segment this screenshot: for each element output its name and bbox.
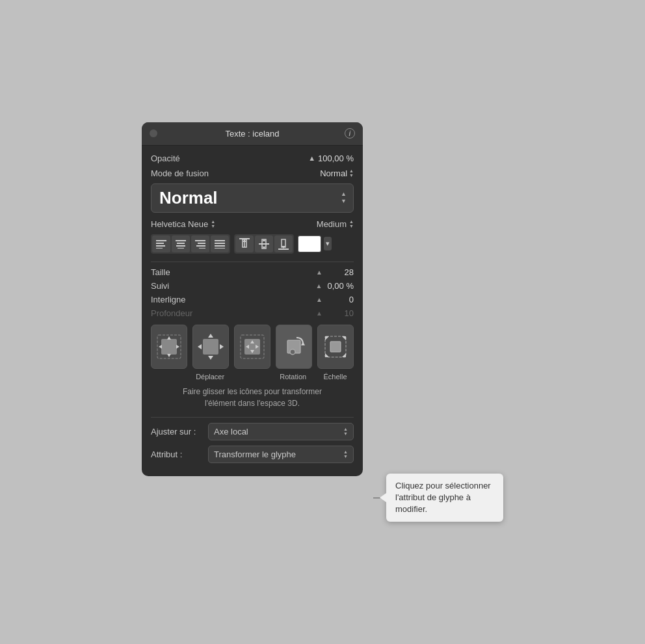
font-style-arrows: ▲ ▼ [349, 219, 354, 228]
svg-rect-1 [156, 243, 164, 244]
hint-text: Faire glisser les icônes pour transforme… [151, 386, 354, 409]
svg-rect-0 [156, 240, 166, 241]
opacity-label: Opacité [151, 154, 180, 163]
tracking-label: Suivi [151, 281, 169, 291]
tracking-slider-icon[interactable]: ▲ [316, 282, 322, 289]
style-big-select[interactable]: Normal ▲ ▼ [151, 183, 354, 213]
linespacing-right: ▲ 0 [316, 295, 354, 304]
align-center-button[interactable] [172, 235, 190, 252]
valign-bottom-button[interactable] [274, 235, 293, 252]
rotation-label: Rotation [274, 373, 311, 381]
ajuster-select[interactable]: Axe local ▲ ▼ [208, 423, 354, 440]
deplacer-icon-1 [155, 332, 183, 361]
style-big-select-value: Normal [159, 188, 218, 208]
titlebar: Texte : iceland i [142, 122, 363, 146]
panel: Texte : iceland i Opacité ▲ 100,00 % Mod… [142, 122, 363, 476]
svg-rect-8 [195, 240, 205, 241]
depth-slider-icon: ▲ [316, 310, 322, 317]
linespacing-label: Interligne [151, 295, 185, 304]
deplacer-label: Déplacer [151, 373, 269, 381]
window-title: Texte : iceland [225, 129, 279, 139]
svg-rect-4 [176, 240, 186, 241]
transform-labels: Déplacer Rotation Échelle [151, 373, 354, 381]
size-row: Taille ▲ 28 [151, 267, 354, 277]
blend-mode-label: Mode de fusion [151, 168, 209, 178]
font-row: Helvetica Neue ▲ ▼ Medium ▲ ▼ [151, 219, 354, 229]
ajuster-row: Ajuster sur : Axe local ▲ ▼ [151, 423, 354, 440]
style-big-select-arrows: ▲ ▼ [341, 191, 347, 205]
depth-value: 10 [328, 308, 354, 318]
linespacing-row: Interligne ▲ 0 [151, 295, 354, 304]
divider-1 [151, 262, 354, 262]
valign-group [234, 234, 294, 254]
align-right-button[interactable] [191, 235, 209, 252]
svg-point-46 [290, 349, 295, 355]
svg-rect-6 [176, 245, 185, 247]
svg-marker-32 [176, 345, 179, 349]
attribut-label: Attribut : [151, 449, 203, 459]
align-center-icon [176, 239, 186, 248]
transform-buttons [151, 325, 354, 369]
svg-marker-34 [208, 334, 213, 338]
svg-marker-35 [208, 356, 213, 360]
svg-rect-12 [215, 240, 225, 241]
echelle-btn[interactable] [317, 325, 354, 369]
align-justify-button[interactable] [211, 235, 229, 252]
align-buttons-row: ▾ [151, 234, 354, 254]
content-area: Opacité ▲ 100,00 % Mode de fusion Normal… [142, 146, 363, 476]
svg-rect-28 [161, 339, 177, 355]
attribut-row: Attribut : Transformer le glyphe ▲ ▼ [151, 446, 354, 463]
align-left-button[interactable] [152, 235, 170, 252]
echelle-icon [321, 332, 350, 361]
blend-mode-select[interactable]: Normal ▲ ▼ [320, 168, 354, 178]
deplacer-icon-3 [238, 332, 267, 361]
opacity-row: Opacité ▲ 100,00 % [151, 154, 354, 163]
tracking-row: Suivi ▲ 0,00 % [151, 281, 354, 291]
font-family-arrows: ▲ ▼ [211, 219, 215, 228]
tracking-right: ▲ 0,00 % [316, 281, 354, 291]
attribut-arrows: ▲ ▼ [343, 449, 348, 459]
svg-marker-45 [301, 342, 305, 345]
divider-2 [151, 417, 354, 418]
size-slider-icon[interactable]: ▲ [316, 269, 322, 276]
linespacing-slider-icon[interactable]: ▲ [316, 296, 322, 303]
rotation-btn[interactable] [276, 325, 312, 369]
size-value: 28 [328, 267, 354, 277]
size-label: Taille [151, 267, 170, 277]
svg-rect-5 [177, 243, 185, 244]
font-family-picker[interactable]: Helvetica Neue ▲ ▼ [151, 219, 215, 229]
valign-middle-button[interactable] [255, 235, 273, 252]
color-dropdown-button[interactable]: ▾ [324, 237, 332, 250]
svg-rect-20 [259, 243, 269, 245]
font-style-value: Medium [317, 219, 347, 229]
svg-rect-7 [178, 248, 184, 248]
rotation-icon [280, 332, 308, 361]
deplacer-btn-2[interactable] [192, 325, 229, 369]
valign-top-icon [239, 238, 250, 250]
svg-marker-29 [167, 336, 171, 340]
align-right-icon [195, 239, 205, 248]
attribut-select[interactable]: Transformer le glyphe ▲ ▼ [208, 446, 354, 463]
depth-row: Profondeur ▲ 10 [151, 308, 354, 318]
transform-section: Déplacer Rotation Échelle Faire glisser … [151, 325, 354, 409]
color-swatch[interactable] [298, 235, 321, 252]
opacity-control: ▲ 100,00 % [308, 154, 354, 163]
linespacing-value: 0 [328, 295, 354, 304]
deplacer-btn-1[interactable] [151, 325, 187, 369]
svg-rect-10 [196, 245, 205, 247]
opacity-value: 100,00 % [318, 154, 354, 163]
svg-rect-11 [199, 248, 205, 248]
svg-marker-31 [159, 345, 162, 349]
svg-rect-15 [215, 248, 225, 248]
size-right: ▲ 28 [316, 267, 354, 277]
traffic-light-close[interactable] [150, 129, 157, 137]
blend-mode-arrows: ▲ ▼ [349, 168, 354, 178]
deplacer-btn-3[interactable] [234, 325, 270, 369]
valign-top-button[interactable] [235, 235, 254, 252]
info-button[interactable]: i [345, 128, 355, 139]
depth-right: ▲ 10 [316, 308, 354, 318]
svg-rect-2 [156, 245, 165, 247]
callout: Cliquez pour sélectionner l'attribut de … [386, 474, 503, 522]
opacity-slider-icon[interactable]: ▲ [308, 154, 315, 162]
font-style-picker[interactable]: Medium ▲ ▼ [317, 219, 354, 229]
